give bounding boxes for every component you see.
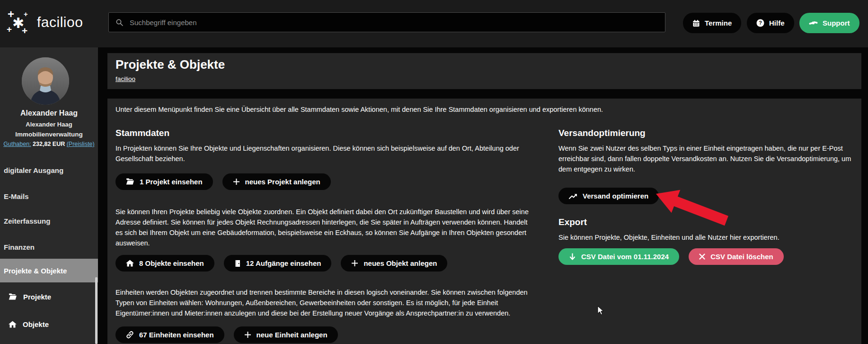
logo-plus-glyph: + xyxy=(7,25,12,34)
svg-text:?: ? xyxy=(759,20,762,26)
folder-open-icon xyxy=(9,293,17,300)
logo-wordmark: facilioo xyxy=(37,14,83,30)
profile-name: Alexander Haag xyxy=(0,109,98,118)
calendar-icon xyxy=(692,19,700,27)
neue-einheit-anlegen-button[interactable]: neue Einheit anlegen xyxy=(234,326,338,343)
button-label: neues Projekt anlegen xyxy=(245,178,320,186)
x-icon xyxy=(699,253,705,260)
versand-optimieren-button[interactable]: Versand optimieren xyxy=(558,188,659,204)
home-icon xyxy=(9,321,17,328)
button-label: 1 Projekt einsehen xyxy=(140,178,203,186)
sidebar-subitem-label: Objekte xyxy=(23,320,49,328)
breadcrumb-facilioo-link[interactable]: facilioo xyxy=(115,75,135,82)
button-label: 12 Aufgänge einsehen xyxy=(246,259,321,267)
termine-button[interactable]: Termine xyxy=(683,13,741,33)
neues-objekt-anlegen-button[interactable]: neues Objekt anlegen xyxy=(341,255,447,272)
einheiten-einsehen-button[interactable]: 67 Einheiten einsehen xyxy=(115,326,224,343)
door-icon xyxy=(234,260,241,267)
folder-open-icon xyxy=(126,178,134,185)
profile-role: Immobilienverwaltung xyxy=(0,131,98,138)
projekt-einsehen-button[interactable]: 1 Projekt einsehen xyxy=(115,173,213,190)
stammdaten-heading: Stammdaten xyxy=(115,128,169,138)
csv-download-button[interactable]: CSV Datei vom 01.11.2024 xyxy=(558,248,679,265)
stammdaten-objekte-text: Sie können Ihren Projekte beliebig viele… xyxy=(115,207,532,248)
plus-icon xyxy=(233,178,240,185)
download-icon xyxy=(569,253,576,261)
button-label: CSV Datei löschen xyxy=(710,253,773,261)
versand-button-row: Versand optimieren xyxy=(558,188,659,204)
objekte-button-row: 8 Objekte einsehen 12 Aufgänge einsehen … xyxy=(115,255,447,272)
guthaben-value: 232,82 EUR xyxy=(33,141,65,147)
page-body-card: Unter diesem Menüpunkt finden Sie eine Ü… xyxy=(107,99,861,344)
guthaben-line: Guthaben: 232,82 EUR (Preisliste) xyxy=(0,141,101,147)
sidebar-subitem-projekte[interactable]: Projekte xyxy=(9,293,51,301)
preisliste-link[interactable]: (Preisliste) xyxy=(67,141,95,147)
plus-icon xyxy=(351,260,358,267)
hilfe-button[interactable]: ? Hilfe xyxy=(747,13,794,33)
help-icon: ? xyxy=(756,19,764,27)
support-label: Support xyxy=(823,19,850,27)
sidebar-item-digitaler-ausgang[interactable]: digitaler Ausgang xyxy=(0,166,98,174)
global-search xyxy=(108,12,665,32)
sidebar-item-zeiterfassung[interactable]: Zeiterfassung xyxy=(0,217,98,225)
versandoptimierung-text: Wenn Sie zwei Nutzer des selben Typs in … xyxy=(558,143,854,174)
sidebar-item-label: Projekte & Objekte xyxy=(4,267,67,275)
button-label: 8 Objekte einsehen xyxy=(139,259,204,267)
stammdaten-projekte-text: In Projekten können Sie Ihre Objekte und… xyxy=(115,143,527,164)
projekte-button-row: 1 Projekt einsehen neues Projekt anlegen xyxy=(115,173,331,190)
facilioo-app: + + ✱ + + facilioo Termine ? Hilfe xyxy=(0,0,868,344)
sidebar: Alexander Haag Alexander Haag Immobilien… xyxy=(0,47,98,344)
hilfe-label: Hilfe xyxy=(769,19,785,27)
sidebar-item-emails[interactable]: E-Mails xyxy=(0,192,98,200)
sidebar-subitem-objekte[interactable]: Objekte xyxy=(9,320,49,328)
logo-plus-glyph: + xyxy=(22,26,27,36)
einheiten-button-row: 67 Einheiten einsehen neue Einheit anleg… xyxy=(115,326,338,343)
guthaben-link[interactable]: Guthaben: xyxy=(3,141,31,147)
handshake-icon xyxy=(809,19,818,27)
search-icon xyxy=(115,18,124,27)
support-button[interactable]: Support xyxy=(799,13,859,33)
annotation-arrow xyxy=(653,187,734,232)
aufgaenge-einsehen-button[interactable]: 12 Aufgänge einsehen xyxy=(224,255,332,272)
neues-projekt-anlegen-button[interactable]: neues Projekt anlegen xyxy=(222,173,331,190)
export-button-row: CSV Datei vom 01.11.2024 CSV Datei lösch… xyxy=(558,248,784,265)
search-input[interactable] xyxy=(129,18,658,27)
trending-up-icon xyxy=(569,193,577,199)
plus-icon xyxy=(244,331,251,338)
home-icon xyxy=(126,260,134,267)
stammdaten-einheiten-text: Einheiten werden Objekten zugeordnet und… xyxy=(115,287,532,318)
button-label: 67 Einheiten einsehen xyxy=(139,331,214,339)
intro-text: Unter diesem Menüpunkt finden Sie eine Ü… xyxy=(115,104,844,115)
export-text: Sie können Projekte, Objekte, Einheiten … xyxy=(558,232,861,243)
button-label: Versand optimieren xyxy=(583,192,648,200)
page-title: Projekte & Objekte xyxy=(115,57,225,72)
versandoptimierung-heading: Versandoptimierung xyxy=(558,128,646,138)
sidebar-scrollbar-thumb[interactable] xyxy=(95,277,97,344)
profile-subname: Alexander Haag xyxy=(0,121,98,128)
sidebar-item-projekte-objekte[interactable]: Projekte & Objekte xyxy=(0,259,98,282)
sidebar-item-finanzen[interactable]: Finanzen xyxy=(0,243,98,251)
termine-label: Termine xyxy=(705,19,732,27)
objekte-einsehen-button[interactable]: 8 Objekte einsehen xyxy=(115,255,214,272)
button-label: neue Einheit anlegen xyxy=(257,331,328,339)
export-heading: Export xyxy=(558,217,587,227)
avatar xyxy=(22,57,69,105)
logo-plus-glyph: + xyxy=(24,10,28,18)
csv-delete-button[interactable]: CSV Datei löschen xyxy=(689,248,784,265)
chain-link-icon xyxy=(126,331,134,339)
page-header-card: Projekte & Objekte facilioo xyxy=(107,53,861,89)
button-label: neues Objekt anlegen xyxy=(363,259,437,267)
topbar: + + ✱ + + facilioo Termine ? Hilfe xyxy=(0,0,868,47)
sidebar-subitem-label: Projekte xyxy=(23,293,51,301)
mouse-cursor xyxy=(597,306,604,316)
button-label: CSV Datei vom 01.11.2024 xyxy=(581,253,669,261)
facilioo-logo-icon[interactable]: + + ✱ + + xyxy=(7,8,35,37)
